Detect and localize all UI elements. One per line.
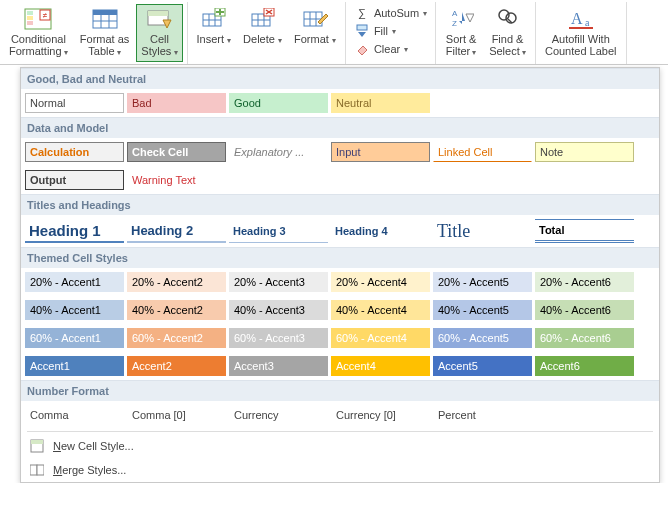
cell-styles-gallery: Good, Bad and Neutral Normal Bad Good Ne… (20, 67, 660, 483)
autofill-icon: Aa (565, 7, 597, 31)
style-check-cell[interactable]: Check Cell (127, 142, 226, 162)
eraser-icon (354, 41, 370, 57)
delete-cells-icon (247, 7, 279, 31)
style-heading-2[interactable]: Heading 2 (127, 219, 226, 243)
section-number-format: Number Format (21, 380, 659, 401)
style-good[interactable]: Good (229, 93, 328, 113)
insert-button[interactable]: Insert ▾ (192, 4, 237, 50)
style-bad[interactable]: Bad (127, 93, 226, 113)
svg-marker-39 (466, 14, 474, 22)
merge-styles-icon (29, 462, 45, 478)
find-select-label: Find &Select ▾ (489, 33, 526, 59)
20pct-accent3[interactable]: 20% - Accent3 (229, 272, 328, 292)
style-currency[interactable]: Currency (229, 405, 328, 425)
conditional-formatting-label: ConditionalFormatting ▾ (9, 33, 68, 59)
autosum-button[interactable]: ∑AutoSum ▾ (350, 4, 431, 22)
cell-styles-label: CellStyles ▾ (141, 33, 177, 59)
style-normal[interactable]: Normal (25, 93, 124, 113)
style-percent[interactable]: Percent (433, 405, 532, 425)
style-output[interactable]: Output (25, 170, 124, 190)
style-currency-0[interactable]: Currency [0] (331, 405, 430, 425)
svg-marker-34 (358, 32, 366, 37)
40pct-accent3[interactable]: 40% - Accent3 (229, 300, 328, 320)
60pct-accent2[interactable]: 60% - Accent2 (127, 328, 226, 348)
40pct-accent2[interactable]: 40% - Accent2 (127, 300, 226, 320)
style-title[interactable]: Title (433, 219, 532, 243)
style-comma[interactable]: Comma (25, 405, 124, 425)
svg-text:a: a (585, 17, 590, 28)
svg-rect-2 (27, 16, 33, 20)
ribbon-toolbar: ≠ ConditionalFormatting ▾ Format asTable… (0, 0, 668, 65)
svg-rect-47 (31, 440, 43, 444)
sort-filter-button[interactable]: AZ Sort &Filter ▾ (440, 4, 482, 62)
cell-styles-icon (143, 7, 175, 31)
20pct-accent2[interactable]: 20% - Accent2 (127, 272, 226, 292)
format-button[interactable]: Format ▾ (289, 4, 341, 50)
format-as-table-button[interactable]: Format asTable ▾ (75, 4, 135, 62)
20pct-accent6[interactable]: 20% - Accent6 (535, 272, 634, 292)
clear-button[interactable]: Clear ▾ (350, 40, 431, 58)
60pct-accent1[interactable]: 60% - Accent1 (25, 328, 124, 348)
style-input[interactable]: Input (331, 142, 430, 162)
accent6[interactable]: Accent6 (535, 356, 634, 376)
new-style-icon (29, 438, 45, 454)
fill-button[interactable]: Fill ▾ (350, 22, 431, 40)
delete-button[interactable]: Delete ▾ (238, 4, 287, 50)
accent4[interactable]: Accent4 (331, 356, 430, 376)
find-icon (492, 7, 524, 31)
accent-styles-grid: 20% - Accent120% - Accent220% - Accent32… (21, 268, 659, 380)
conditional-formatting-icon: ≠ (22, 7, 54, 31)
section-good-bad-neutral: Good, Bad and Neutral (21, 68, 659, 89)
fill-down-icon (354, 23, 370, 39)
40pct-accent4[interactable]: 40% - Accent4 (331, 300, 430, 320)
style-total[interactable]: Total (535, 219, 634, 243)
20pct-accent1[interactable]: 20% - Accent1 (25, 272, 124, 292)
60pct-accent6[interactable]: 60% - Accent6 (535, 328, 634, 348)
accent2[interactable]: Accent2 (127, 356, 226, 376)
40pct-accent1[interactable]: 40% - Accent1 (25, 300, 124, 320)
40pct-accent6[interactable]: 40% - Accent6 (535, 300, 634, 320)
new-cell-style-label: New Cell Style... (53, 440, 134, 452)
conditional-formatting-button[interactable]: ≠ ConditionalFormatting ▾ (4, 4, 73, 62)
format-label: Format ▾ (294, 33, 336, 47)
autofill-counted-label-button[interactable]: Aa Autofill WithCounted Label (540, 4, 622, 60)
svg-rect-12 (148, 11, 168, 16)
svg-rect-1 (27, 11, 33, 15)
style-neutral[interactable]: Neutral (331, 93, 430, 113)
style-heading-1[interactable]: Heading 1 (25, 219, 124, 243)
accent5[interactable]: Accent5 (433, 356, 532, 376)
cells-group: Insert ▾ Delete ▾ Format ▾ (188, 2, 346, 64)
svg-text:≠: ≠ (43, 11, 48, 20)
cell-styles-button[interactable]: CellStyles ▾ (136, 4, 182, 62)
style-explanatory[interactable]: Explanatory ... (229, 142, 328, 162)
style-comma-0[interactable]: Comma [0] (127, 405, 226, 425)
20pct-accent4[interactable]: 20% - Accent4 (331, 272, 430, 292)
accent1[interactable]: Accent1 (25, 356, 124, 376)
svg-rect-7 (93, 10, 117, 15)
style-linked-cell[interactable]: Linked Cell (433, 142, 532, 162)
section-themed-cell-styles: Themed Cell Styles (21, 247, 659, 268)
svg-text:A: A (571, 10, 583, 27)
20pct-accent5[interactable]: 20% - Accent5 (433, 272, 532, 292)
delete-label: Delete ▾ (243, 33, 282, 47)
60pct-accent3[interactable]: 60% - Accent3 (229, 328, 328, 348)
insert-cells-icon (198, 7, 230, 31)
find-select-button[interactable]: Find &Select ▾ (484, 4, 531, 62)
sort-filter-label: Sort &Filter ▾ (446, 33, 477, 59)
accent3[interactable]: Accent3 (229, 356, 328, 376)
style-heading-3[interactable]: Heading 3 (229, 219, 328, 243)
60pct-accent4[interactable]: 60% - Accent4 (331, 328, 430, 348)
style-warning-text[interactable]: Warning Text (127, 170, 226, 190)
svg-text:A: A (452, 9, 458, 18)
style-heading-4[interactable]: Heading 4 (331, 219, 430, 243)
60pct-accent5[interactable]: 60% - Accent5 (433, 328, 532, 348)
svg-marker-38 (459, 12, 465, 24)
merge-styles-menu[interactable]: Merge Styles... (21, 458, 659, 482)
svg-rect-33 (357, 25, 367, 30)
40pct-accent5[interactable]: 40% - Accent5 (433, 300, 532, 320)
style-calculation[interactable]: Calculation (25, 142, 124, 162)
sort-filter-icon: AZ (445, 7, 477, 31)
style-note[interactable]: Note (535, 142, 634, 162)
svg-rect-48 (30, 465, 37, 475)
new-cell-style-menu[interactable]: New Cell Style... (21, 434, 659, 458)
